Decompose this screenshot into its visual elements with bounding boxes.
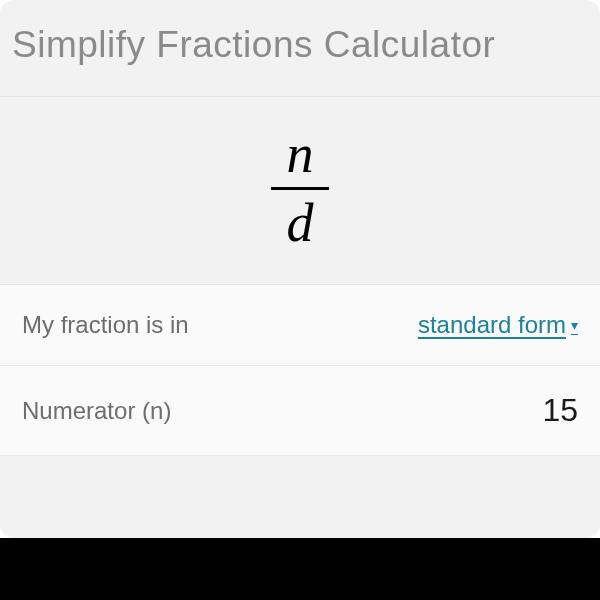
fraction-bar (271, 187, 329, 190)
fraction-form-label: My fraction is in (22, 311, 189, 339)
calculator-card: Simplify Fractions Calculator n d My fra… (0, 0, 600, 538)
numerator-row: Numerator (n) 15 (0, 366, 600, 456)
fraction-symbol: n d (271, 127, 329, 250)
fraction-denominator-symbol: d (277, 194, 324, 250)
numerator-input[interactable]: 15 (542, 392, 578, 429)
fraction-form-value: standard form (418, 311, 566, 339)
fraction-form-dropdown[interactable]: standard form ▾ (418, 311, 578, 339)
fraction-form-row: My fraction is in standard form ▾ (0, 285, 600, 366)
numerator-label: Numerator (n) (22, 397, 171, 425)
page-title: Simplify Fractions Calculator (12, 24, 580, 66)
bottom-bar (0, 538, 600, 600)
fraction-display: n d (0, 97, 600, 285)
chevron-down-icon: ▾ (571, 317, 578, 333)
fraction-numerator-symbol: n (277, 127, 324, 183)
title-row: Simplify Fractions Calculator (0, 14, 600, 97)
